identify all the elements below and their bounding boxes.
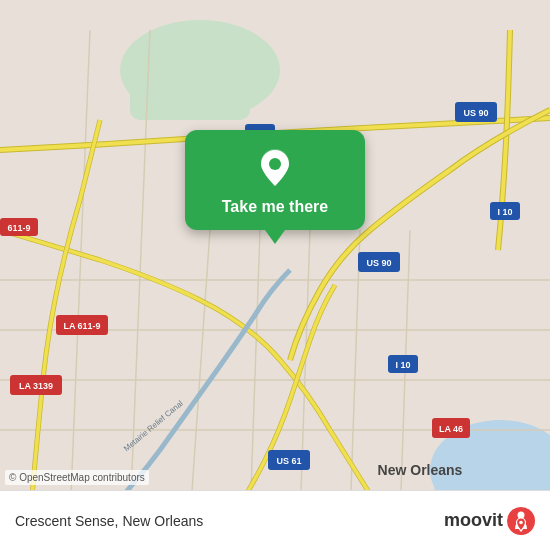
svg-text:611-9: 611-9 [7, 223, 30, 233]
svg-text:LA 46: LA 46 [439, 424, 463, 434]
take-me-there-button[interactable]: Take me there [222, 198, 328, 216]
svg-text:US 90: US 90 [463, 108, 488, 118]
svg-text:US 61: US 61 [276, 456, 301, 466]
moovit-icon [507, 507, 535, 535]
location-label: Crescent Sense, New Orleans [15, 513, 203, 529]
svg-text:I 10: I 10 [497, 207, 512, 217]
svg-text:LA 3139: LA 3139 [19, 381, 53, 391]
bottom-bar: Crescent Sense, New Orleans moovit [0, 490, 550, 550]
svg-text:New Orleans: New Orleans [378, 462, 463, 478]
moovit-brand-text: moovit [444, 510, 503, 531]
svg-text:US 90: US 90 [366, 258, 391, 268]
map-attribution: © OpenStreetMap contributors [5, 470, 149, 485]
svg-point-41 [519, 520, 523, 524]
map-container: US 90 I 10 I 10 US 90 611-9 LA 611-9 LA … [0, 0, 550, 550]
map-background: US 90 I 10 I 10 US 90 611-9 LA 611-9 LA … [0, 0, 550, 550]
svg-text:I 10: I 10 [395, 360, 410, 370]
svg-text:LA 611-9: LA 611-9 [63, 321, 100, 331]
location-pin-icon [253, 146, 297, 190]
moovit-logo: moovit [444, 507, 535, 535]
popup-card: Take me there [185, 130, 365, 230]
svg-point-38 [269, 158, 281, 170]
